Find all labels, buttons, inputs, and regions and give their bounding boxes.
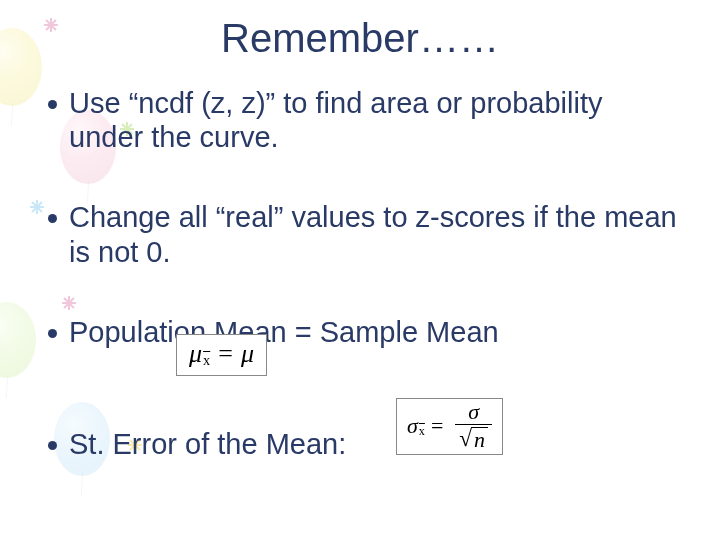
balloon-decoration (0, 302, 36, 378)
bullet-icon (48, 329, 57, 338)
bullet-icon (48, 214, 57, 223)
bullet-item: Use “ncdf (z, z)” to find area or probab… (48, 86, 678, 154)
subscript-xbar: x (203, 352, 210, 369)
fraction: σ √ n (455, 401, 492, 451)
sparkle-decoration (30, 200, 44, 214)
bullet-item: St. Error of the Mean: (48, 427, 678, 461)
bullet-item: Population Mean = Sample Mean (48, 315, 678, 349)
bullet-icon (48, 100, 57, 109)
square-root: √ n (459, 427, 488, 451)
slide-body: Use “ncdf (z, z)” to find area or probab… (48, 86, 678, 461)
symbol-sigma: σ (407, 413, 418, 439)
symbol-mu: μ (189, 339, 202, 369)
sqrt-argument: n (471, 427, 488, 451)
slide-title: Remember…… (0, 16, 720, 61)
equals-sign: = (431, 413, 443, 439)
bullet-item: Change all “real” values to z-scores if … (48, 200, 678, 268)
symbol-sigma: σ (468, 399, 479, 424)
symbol-mu: μ (241, 339, 254, 369)
fraction-denominator: √ n (455, 424, 492, 451)
fraction-numerator: σ (464, 401, 483, 424)
equals-sign: = (218, 339, 233, 369)
subscript-xbar: x (419, 424, 425, 439)
bullet-text: Change all “real” values to z-scores if … (69, 200, 678, 268)
slide: Remember…… Use “ncdf (z, z)” to find are… (0, 0, 720, 540)
bullet-text: St. Error of the Mean: (69, 427, 678, 461)
formula-std-error-mean: σx = σ √ n (396, 398, 503, 455)
bullet-icon (48, 441, 57, 450)
formula-population-mean: μx = μ (176, 334, 267, 376)
bullet-text: Population Mean = Sample Mean (69, 315, 678, 349)
bullet-text: Use “ncdf (z, z)” to find area or probab… (69, 86, 678, 154)
